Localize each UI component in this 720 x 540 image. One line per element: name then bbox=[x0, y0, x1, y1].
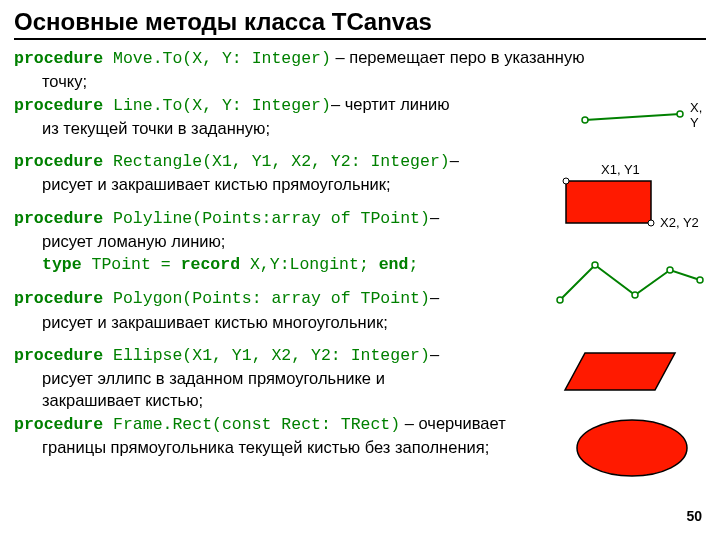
polygon-illustration bbox=[560, 345, 690, 400]
line-illustration bbox=[580, 110, 700, 130]
keyword: procedure bbox=[14, 346, 103, 365]
code-sig: Frame.Rect(const Rect: TRect) bbox=[103, 415, 400, 434]
desc-text: – bbox=[450, 151, 459, 169]
label-xy: X, Y bbox=[690, 100, 702, 130]
keyword: record bbox=[181, 255, 240, 274]
desc-cont: рисует ломаную линию; bbox=[42, 230, 706, 252]
svg-point-7 bbox=[592, 262, 598, 268]
keyword: end bbox=[379, 255, 409, 274]
svg-marker-11 bbox=[565, 353, 675, 390]
desc-text: – перемещает перо в указанную bbox=[331, 48, 585, 66]
code-sig: Polygon(Points: array of TPoint) bbox=[103, 289, 430, 308]
desc-text: – bbox=[430, 288, 439, 306]
page-number: 50 bbox=[686, 508, 702, 524]
svg-point-6 bbox=[557, 297, 563, 303]
svg-point-12 bbox=[577, 420, 687, 476]
svg-rect-3 bbox=[566, 181, 651, 223]
polyline-illustration bbox=[555, 255, 710, 310]
svg-point-5 bbox=[648, 220, 654, 226]
svg-point-4 bbox=[563, 178, 569, 184]
slide: Основные методы класса TCanvas procedure… bbox=[0, 0, 720, 540]
code-sig: Line.To(X, Y: Integer) bbox=[103, 96, 331, 115]
code-text: ; bbox=[408, 255, 418, 274]
code-sig: Move.To(X, Y: Integer) bbox=[103, 49, 331, 68]
method-moveto: procedure Move.To(X, Y: Integer) – перем… bbox=[14, 46, 706, 93]
keyword: procedure bbox=[14, 209, 103, 228]
code-sig: Polyline(Points:array of TPoint) bbox=[103, 209, 430, 228]
code-text: X,Y:Longint; bbox=[240, 255, 379, 274]
label-x2y2: X2, Y2 bbox=[660, 215, 699, 230]
page-title: Основные методы класса TCanvas bbox=[14, 8, 706, 40]
keyword: procedure bbox=[14, 96, 103, 115]
keyword: procedure bbox=[14, 289, 103, 308]
code-sig: Ellipse(X1, Y1, X2, Y2: Integer) bbox=[103, 346, 430, 365]
svg-point-8 bbox=[632, 292, 638, 298]
keyword: type bbox=[42, 255, 82, 274]
keyword: procedure bbox=[14, 49, 103, 68]
keyword: procedure bbox=[14, 415, 103, 434]
desc-text: – чертит линию bbox=[331, 95, 450, 113]
desc-text: – bbox=[430, 208, 439, 226]
svg-point-1 bbox=[582, 117, 588, 123]
ellipse-illustration bbox=[570, 415, 700, 485]
rectangle-illustration bbox=[560, 175, 660, 230]
desc-cont: рисует и закрашивает кистью многоугольни… bbox=[42, 311, 706, 333]
svg-point-2 bbox=[677, 111, 683, 117]
code-text: TPoint = bbox=[82, 255, 181, 274]
label-x1y1: X1, Y1 bbox=[601, 162, 640, 177]
keyword: procedure bbox=[14, 152, 103, 171]
code-sig: Rectangle(X1, Y1, X2, Y2: Integer) bbox=[103, 152, 450, 171]
svg-line-0 bbox=[585, 114, 680, 120]
desc-text: – bbox=[430, 345, 439, 363]
desc-cont: точку; bbox=[42, 70, 706, 92]
desc-text: – очерчивает bbox=[400, 414, 506, 432]
svg-point-9 bbox=[667, 267, 673, 273]
svg-point-10 bbox=[697, 277, 703, 283]
